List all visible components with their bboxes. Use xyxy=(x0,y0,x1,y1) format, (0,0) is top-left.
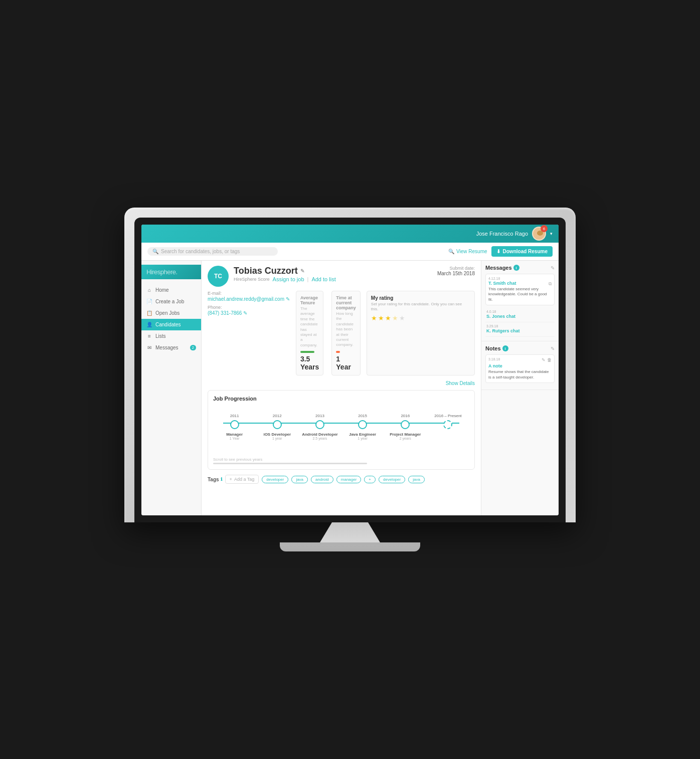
sidebar-item-label: Candidates xyxy=(155,322,181,327)
metrics-row: Average Tenure The average time the cand… xyxy=(296,291,361,375)
timeline-year: 2016 – Present xyxy=(434,414,461,418)
timeline-year: 2013 xyxy=(315,414,324,418)
avg-tenure-title: Average Tenure xyxy=(300,295,319,305)
sidebar-item-messages[interactable]: ✉ Messages 2 xyxy=(141,342,201,353)
timeline-role: iOS Developer xyxy=(263,432,291,437)
tag-chip-manager[interactable]: manager xyxy=(336,476,362,483)
rating-description: Set your rating for this candidate. Only… xyxy=(371,302,470,312)
notes-info-badge: i xyxy=(502,345,508,351)
job-progression-title: Job Progression xyxy=(213,396,469,402)
time-at-company-value: 1 Year xyxy=(336,355,356,371)
main-content: Hiresphere. ⌂ Home 📄 Create a Job xyxy=(141,261,559,515)
timeline-duration: 1 year xyxy=(358,437,367,440)
view-resume-button[interactable]: 🔍 View Resume xyxy=(448,249,487,254)
time-at-company-bar xyxy=(336,351,340,353)
edit-note-icon[interactable]: ✎ xyxy=(542,357,546,362)
monitor-stand-base xyxy=(280,542,420,551)
note-item[interactable]: 3.18.18 ✎ 🗑 A note Resume shows that the… xyxy=(485,354,555,383)
scroll-bar[interactable] xyxy=(213,463,367,464)
rating-card: My rating Set your rating for this candi… xyxy=(367,291,475,375)
search-bar[interactable]: 🔍 Search for candidates, jobs, or tags xyxy=(147,247,278,256)
star-rating[interactable]: ★ ★ ★ ★ ★ xyxy=(371,314,470,322)
messages-edit-icon[interactable]: ✎ xyxy=(551,265,555,271)
assign-to-job-link[interactable]: Assign to job xyxy=(273,276,304,282)
timeline-role: Project Manager xyxy=(390,432,421,437)
candidate-name: Tobias Cuzzort ✎ xyxy=(234,266,432,276)
tag-chip-java[interactable]: java xyxy=(291,476,308,483)
timeline-year: 2016 xyxy=(401,414,410,418)
add-to-list-link[interactable]: Add to list xyxy=(311,276,335,282)
monitor-stand-neck xyxy=(320,522,380,542)
delete-note-icon[interactable]: 🗑 xyxy=(547,357,552,362)
avg-tenure-subtitle: The average time the candidate has staye… xyxy=(300,306,319,348)
messages-badge: 2 xyxy=(190,345,196,350)
notes-title: Notes i xyxy=(485,345,508,351)
user-name: Jose Francisco Rago xyxy=(476,231,528,237)
avg-tenure-card: Average Tenure The average time the cand… xyxy=(296,291,323,375)
tag-chip-developer[interactable]: developer xyxy=(262,476,288,483)
monitor-bezel: Jose Francisco Rago 6 ▾ 🔍 Search for can… xyxy=(134,218,566,522)
timeline-items: 2011 Manager 1 Year 2012 xyxy=(213,414,469,440)
email-label: E-mail: xyxy=(208,291,290,296)
show-details-link[interactable]: Show Details xyxy=(446,381,475,386)
app-container: Jose Francisco Rago 6 ▾ 🔍 Search for can… xyxy=(141,225,559,515)
edit-name-icon[interactable]: ✎ xyxy=(300,268,304,274)
tag-chip-more[interactable]: + xyxy=(364,476,376,483)
tag-chip-developer2[interactable]: developer xyxy=(379,476,405,483)
timeline-item-2016: 2016 Project Manager 2 years xyxy=(384,414,427,440)
star-2[interactable]: ★ xyxy=(378,314,384,322)
sidebar-item-candidates[interactable]: 👤 Candidates xyxy=(141,319,201,330)
monitor-body: Jose Francisco Rago 6 ▾ 🔍 Search for can… xyxy=(124,208,576,522)
phone-label: Phone: xyxy=(208,305,290,310)
tag-chip-android[interactable]: android xyxy=(311,476,333,483)
search-icon: 🔍 xyxy=(152,249,158,254)
notes-edit-icon[interactable]: ✎ xyxy=(551,346,555,351)
sidebar-item-home[interactable]: ⌂ Home xyxy=(141,284,201,296)
timeline-item-present: 2016 – Present xyxy=(427,414,469,440)
note-date: 3.18.18 xyxy=(488,357,500,361)
star-1[interactable]: ★ xyxy=(371,314,377,322)
edit-email-icon[interactable]: ✎ xyxy=(286,296,290,302)
time-at-company-card: Time at current company How long the can… xyxy=(331,291,361,375)
notification-badge: 6 xyxy=(541,225,548,232)
message-item-jones[interactable]: 4.0.18 S. Jones chat xyxy=(485,308,555,322)
tag-input[interactable]: + Add a Tag xyxy=(225,475,259,484)
avatar-wrapper: 6 xyxy=(532,227,546,241)
sidebar-item-lists[interactable]: ≡ Lists xyxy=(141,330,201,342)
star-5[interactable]: ★ xyxy=(399,314,405,322)
messages-section-header: Messages i ✎ xyxy=(485,265,555,271)
search-resume-icon: 🔍 xyxy=(448,249,454,254)
create-job-icon: 📄 xyxy=(146,299,152,304)
copy-icon: ⧉ xyxy=(549,281,552,287)
sidebar-item-create-job[interactable]: 📄 Create a Job xyxy=(141,296,201,307)
avg-tenure-value: 3.5 Years xyxy=(300,355,319,371)
home-icon: ⌂ xyxy=(146,287,152,293)
timeline-item-2013: 2013 Android Developer 2.5 years xyxy=(298,414,341,440)
time-at-company-subtitle: How long the candidate has been at their… xyxy=(336,311,356,348)
timeline-duration: 2 years xyxy=(400,437,411,440)
tag-chip-java2[interactable]: java xyxy=(408,476,425,483)
tags-info-icon: ℹ xyxy=(221,477,222,482)
messages-section: Messages i ✎ 4.12.18 T. Smith chat xyxy=(481,261,559,341)
time-at-company-title: Time at current company xyxy=(336,295,356,310)
candidate-avatar: TC xyxy=(208,266,229,287)
submit-label: Submit date: xyxy=(437,266,475,271)
message-item-rutgers[interactable]: 3.29.18 K. Rutgers chat xyxy=(485,322,555,337)
submit-section: Submit date: March 15th 2018 xyxy=(437,266,475,276)
show-details-row: Show Details xyxy=(208,381,475,386)
download-resume-button[interactable]: ⬇ Download Resume xyxy=(491,246,553,257)
star-3[interactable]: ★ xyxy=(385,314,391,322)
sidebar-item-open-jobs[interactable]: 📋 Open Jobs xyxy=(141,307,201,319)
star-4[interactable]: ★ xyxy=(392,314,398,322)
secondary-header: 🔍 Search for candidates, jobs, or tags 🔍… xyxy=(141,243,559,261)
edit-phone-icon[interactable]: ✎ xyxy=(243,310,247,316)
message-title: K. Rutgers chat xyxy=(486,328,554,333)
note-actions: ✎ 🗑 xyxy=(542,357,552,362)
tags-row: Tags ℹ + Add a Tag developer java androi… xyxy=(208,475,475,484)
timeline-dot xyxy=(358,420,367,429)
email-value: michael.andrew.reddy@gmail.com ✎ xyxy=(208,296,290,302)
timeline-item-2011: 2011 Manager 1 Year xyxy=(213,414,256,440)
message-item-smith[interactable]: 4.12.18 T. Smith chat ⧉ This candidate s… xyxy=(485,274,555,305)
chevron-down-icon: ▾ xyxy=(550,231,553,236)
search-placeholder: Search for candidates, jobs, or tags xyxy=(161,249,240,254)
